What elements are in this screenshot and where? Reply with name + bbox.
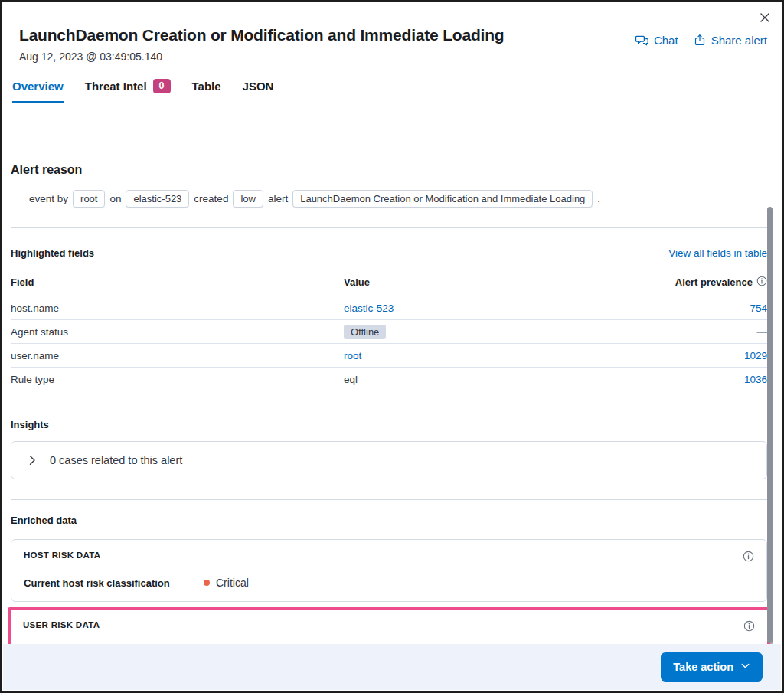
tab-overview[interactable]: Overview <box>12 76 64 103</box>
tab-table[interactable]: Table <box>192 76 221 103</box>
tab-threat-intel-label: Threat Intel <box>85 80 147 93</box>
chat-label: Chat <box>654 34 678 47</box>
prevalence-header-label: Alert prevalence <box>675 276 753 288</box>
chevron-right-icon <box>26 454 38 466</box>
section-divider <box>11 499 767 500</box>
tab-json[interactable]: JSON <box>243 76 274 103</box>
take-action-button[interactable]: Take action <box>661 652 763 682</box>
host-name-chip[interactable]: elastic-523 <box>126 190 189 208</box>
reason-word: created <box>194 193 228 204</box>
chat-button[interactable]: Chat <box>635 34 678 47</box>
table-row: Rule type eql 1036 <box>11 368 767 391</box>
field-cell: Agent status <box>11 320 344 344</box>
view-all-fields-link[interactable]: View all fields in table <box>668 247 767 259</box>
enriched-data-heading: Enriched data <box>11 515 767 526</box>
prevalence-empty: — <box>757 326 768 338</box>
insights-heading: Insights <box>11 419 767 430</box>
highlighted-fields-heading: Highlighted fields <box>11 247 94 259</box>
column-header-field: Field <box>11 271 344 296</box>
user-risk-title: USER RISK DATA <box>23 620 100 629</box>
alert-timestamp: Aug 12, 2023 @ 03:49:05.140 <box>19 51 764 63</box>
column-header-prevalence: Alert prevalence <box>668 271 767 296</box>
table-row: host.name elastic-523 754 <box>11 296 767 320</box>
flyout-tabs: Overview Threat Intel 0 Table JSON <box>2 76 782 103</box>
rule-name-chip[interactable]: LaunchDaemon Creation or Modification an… <box>292 190 593 208</box>
agent-status-badge: Offline <box>344 325 386 339</box>
info-icon[interactable] <box>743 620 755 635</box>
column-header-value: Value <box>344 271 668 296</box>
user-name-chip[interactable]: root <box>73 190 105 208</box>
host-risk-value: Critical <box>216 577 249 589</box>
critical-risk-dot <box>204 580 210 586</box>
field-cell: host.name <box>11 296 344 320</box>
host-name-value-link[interactable]: elastic-523 <box>344 302 394 314</box>
close-icon[interactable] <box>757 10 773 25</box>
chat-icon <box>635 34 648 47</box>
info-icon[interactable] <box>743 551 754 565</box>
share-alert-label: Share alert <box>711 34 767 47</box>
chevron-down-icon <box>740 661 750 673</box>
related-cases-accordion[interactable]: 0 cases related to this alert <box>11 441 767 479</box>
severity-chip[interactable]: low <box>233 190 263 208</box>
header-actions: Chat Share alert <box>635 34 767 47</box>
tab-table-label: Table <box>192 80 221 93</box>
tab-json-label: JSON <box>243 80 274 93</box>
prevalence-value[interactable]: 1036 <box>744 374 767 385</box>
field-cell: Rule type <box>11 368 344 391</box>
prevalence-value[interactable]: 754 <box>750 302 767 314</box>
reason-word: event by <box>29 193 68 204</box>
alert-reason-text: event by root on elastic-523 created low… <box>11 190 767 208</box>
alert-details-flyout: LaunchDaemon Creation or Modification an… <box>0 0 784 693</box>
overview-tab-content: Alert reason event by root on elastic-52… <box>2 163 782 673</box>
user-name-value-link[interactable]: root <box>344 350 361 361</box>
prevalence-value[interactable]: 1029 <box>744 350 767 361</box>
section-divider <box>11 227 767 228</box>
flyout-header: LaunchDaemon Creation or Modification an… <box>2 2 782 63</box>
rule-type-value: eql <box>344 374 358 385</box>
related-cases-label: 0 cases related to this alert <box>50 454 182 466</box>
host-risk-data-panel: HOST RISK DATA Current host risk classif… <box>11 539 767 602</box>
alert-reason-heading: Alert reason <box>11 163 767 177</box>
table-row: Agent status Offline — <box>11 320 767 344</box>
reason-word: on <box>109 193 121 204</box>
reason-word: alert <box>268 193 288 204</box>
vertical-scrollbar[interactable] <box>767 207 773 643</box>
highlighted-fields-table: Field Value Alert prevalence host.name <box>11 271 767 391</box>
host-risk-label: Current host risk classification <box>24 577 204 589</box>
take-action-label: Take action <box>673 661 733 673</box>
tab-overview-label: Overview <box>12 80 64 93</box>
share-alert-button[interactable]: Share alert <box>694 34 767 47</box>
share-icon <box>694 34 706 47</box>
field-cell: user.name <box>11 344 344 368</box>
host-risk-title: HOST RISK DATA <box>24 551 100 560</box>
reason-word: . <box>597 193 600 204</box>
table-row: user.name root 1029 <box>11 344 767 368</box>
flyout-footer: Take action <box>3 644 781 690</box>
info-icon[interactable] <box>756 276 767 289</box>
tab-threat-intel[interactable]: Threat Intel 0 <box>85 76 171 103</box>
threat-intel-count-badge: 0 <box>153 79 171 93</box>
